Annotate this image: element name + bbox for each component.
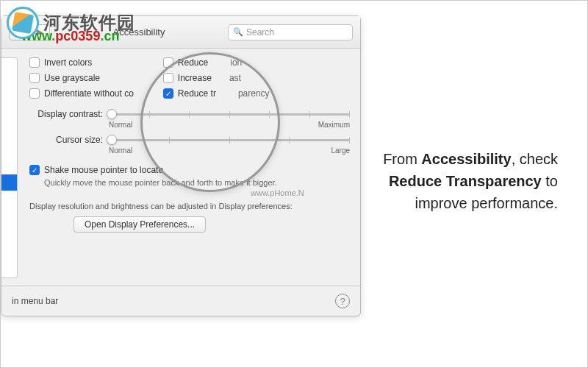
- help-icon[interactable]: ?: [335, 294, 350, 308]
- watermark-brand: 河东软件园: [43, 11, 135, 35]
- preferences-window: ◀ ▶ Accessibility 🔍 Search Invert colors…: [1, 15, 361, 316]
- reduce-motion-checkbox[interactable]: Reduceion: [163, 57, 270, 68]
- search-icon: 🔍: [233, 27, 243, 37]
- invert-colors-checkbox[interactable]: Invert colors: [29, 57, 134, 68]
- shake-pointer-checkbox[interactable]: ✓Shake mouse pointer to locate: [29, 165, 350, 175]
- content-pane: Invert colors Use grayscale Differentiat…: [18, 57, 350, 278]
- differentiate-checkbox[interactable]: Differentiate without co: [29, 88, 134, 99]
- display-contrast-slider[interactable]: Display contrast: NormalMaximum: [29, 109, 350, 129]
- menubar-label: in menu bar: [12, 296, 58, 306]
- display-note: Display resolution and brightness can be…: [29, 202, 350, 210]
- open-display-preferences-button[interactable]: Open Display Preferences...: [74, 216, 206, 233]
- reduce-transparency-checkbox[interactable]: ✓Reduce trparency: [163, 88, 270, 99]
- sidebar[interactable]: [1, 57, 18, 278]
- contrast-knob[interactable]: [107, 109, 117, 119]
- sidebar-selection: [1, 174, 17, 191]
- watermark-logo: 河东软件园: [7, 7, 135, 39]
- search-input[interactable]: 🔍 Search: [228, 24, 353, 40]
- window-footer: in menu bar ?: [1, 286, 360, 316]
- cursor-size-slider[interactable]: Cursor size: NormalLarge: [29, 135, 350, 155]
- cursor-track[interactable]: [109, 139, 350, 141]
- watermark-center: www.pHome.N: [251, 188, 304, 197]
- increase-contrast-checkbox[interactable]: Increaseast: [163, 73, 270, 83]
- use-grayscale-checkbox[interactable]: Use grayscale: [29, 73, 134, 83]
- logo-icon: [7, 7, 39, 39]
- contrast-track[interactable]: [109, 113, 350, 116]
- instruction-caption: From Accessibility, check Reduce Transpa…: [374, 148, 558, 214]
- cursor-knob[interactable]: [107, 135, 117, 145]
- shake-description: Quickly move the mouse pointer back and …: [44, 178, 350, 187]
